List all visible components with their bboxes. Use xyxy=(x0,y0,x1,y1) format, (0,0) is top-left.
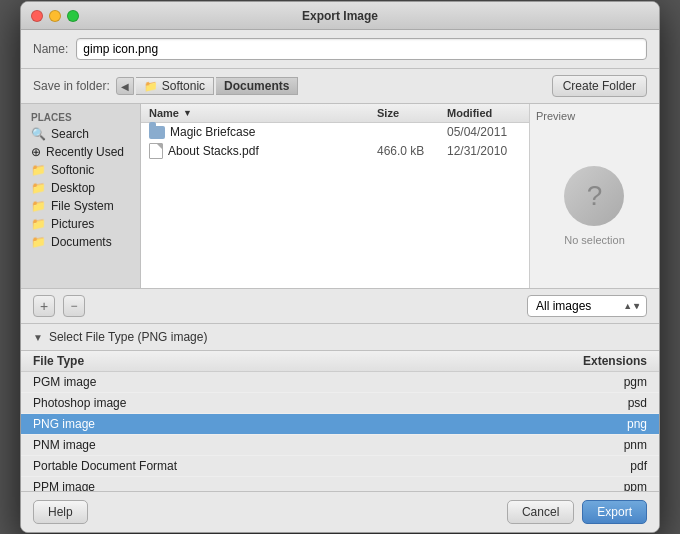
file-type-name-psd: Photoshop image xyxy=(21,393,385,414)
main-area: Places 🔍 Search ⊕ Recently Used 📁 Softon… xyxy=(21,104,659,289)
help-button[interactable]: Help xyxy=(33,500,88,524)
file-type-ext-psd: psd xyxy=(385,393,659,414)
export-button[interactable]: Export xyxy=(582,500,647,524)
footer-bar: Help Cancel Export xyxy=(21,491,659,532)
sidebar-item-file-system[interactable]: 📁 File System xyxy=(21,197,140,215)
col-header-size: Size xyxy=(369,107,439,119)
folder-icon: 📁 xyxy=(144,80,158,93)
breadcrumb-nav: ◀ 📁 Softonic Documents xyxy=(116,77,299,95)
sidebar: Places 🔍 Search ⊕ Recently Used 📁 Softon… xyxy=(21,104,141,288)
export-image-window: Export Image Name: Save in folder: ◀ 📁 S… xyxy=(20,1,660,533)
no-selection-text: No selection xyxy=(564,234,625,246)
save-in-row: Save in folder: ◀ 📁 Softonic Documents C… xyxy=(21,69,659,104)
file-list-header: Name ▼ Size Modified xyxy=(141,104,529,123)
minimize-button[interactable] xyxy=(49,10,61,22)
file-type-row-pgm[interactable]: PGM image pgm xyxy=(21,372,659,393)
maximize-button[interactable] xyxy=(67,10,79,22)
col-header-file-type: File Type xyxy=(21,351,385,372)
col-header-modified: Modified xyxy=(439,107,529,119)
sort-indicator: ▼ xyxy=(183,108,192,118)
breadcrumb-softonic-label: Softonic xyxy=(162,79,205,93)
col-header-name: Name ▼ xyxy=(141,107,369,119)
preview-icon-area: ? No selection xyxy=(564,130,625,282)
file-system-folder-icon: 📁 xyxy=(31,199,46,213)
section-header-text: Select File Type (PNG image) xyxy=(49,330,208,344)
file-name-about-stacks: About Stacks.pdf xyxy=(141,143,369,159)
preview-question-mark: ? xyxy=(564,166,624,226)
file-type-table: File Type Extensions PGM image pgm Photo… xyxy=(21,351,659,491)
breadcrumb-softonic[interactable]: 📁 Softonic xyxy=(136,77,214,95)
filter-dropdown-wrapper: All images ▲▼ xyxy=(527,295,647,317)
filename-input[interactable] xyxy=(76,38,647,60)
file-type-row-png[interactable]: PNG image png xyxy=(21,414,659,435)
file-type-ext-pdf: pdf xyxy=(385,456,659,477)
create-folder-button[interactable]: Create Folder xyxy=(552,75,647,97)
file-type-section: ▼ Select File Type (PNG image) File Type… xyxy=(21,324,659,491)
file-type-row-pdf[interactable]: Portable Document Format pdf xyxy=(21,456,659,477)
file-type-ext-pgm: pgm xyxy=(385,372,659,393)
softonic-folder-icon: 📁 xyxy=(31,163,46,177)
preview-label: Preview xyxy=(536,110,575,122)
file-row-magic-briefcase[interactable]: Magic Briefcase 05/04/2011 xyxy=(141,123,529,141)
filter-dropdown[interactable]: All images xyxy=(527,295,647,317)
sidebar-item-documents-label: Documents xyxy=(51,235,112,249)
bottom-bar: + − All images ▲▼ xyxy=(21,289,659,324)
file-type-name-ppm: PPM image xyxy=(21,477,385,492)
search-icon: 🔍 xyxy=(31,127,46,141)
sidebar-item-pictures[interactable]: 📁 Pictures xyxy=(21,215,140,233)
section-toggle-icon: ▼ xyxy=(33,332,43,343)
add-location-button[interactable]: + xyxy=(33,295,55,317)
file-name-magic-briefcase: Magic Briefcase xyxy=(141,125,369,139)
sidebar-item-softonic-label: Softonic xyxy=(51,163,94,177)
name-label: Name: xyxy=(33,42,68,56)
sidebar-section-label: Places xyxy=(21,110,140,125)
sidebar-item-recently-used[interactable]: ⊕ Recently Used xyxy=(21,143,140,161)
sidebar-item-pictures-label: Pictures xyxy=(51,217,94,231)
file-type-ext-png: png xyxy=(385,414,659,435)
file-row-about-stacks[interactable]: About Stacks.pdf 466.0 kB 12/31/2010 xyxy=(141,141,529,161)
breadcrumb-documents-label: Documents xyxy=(224,79,289,93)
file-type-name-pgm: PGM image xyxy=(21,372,385,393)
file-modified-magic-briefcase: 05/04/2011 xyxy=(439,125,529,139)
sidebar-item-documents[interactable]: 📁 Documents xyxy=(21,233,140,251)
breadcrumb-documents[interactable]: Documents xyxy=(216,77,298,95)
file-size-about-stacks: 466.0 kB xyxy=(369,144,439,158)
file-type-row-ppm[interactable]: PPM image ppm xyxy=(21,477,659,492)
window-title: Export Image xyxy=(302,9,378,23)
preview-panel: Preview ? No selection xyxy=(529,104,659,288)
sidebar-item-desktop-label: Desktop xyxy=(51,181,95,195)
recently-used-icon: ⊕ xyxy=(31,145,41,159)
file-modified-about-stacks: 12/31/2010 xyxy=(439,144,529,158)
file-type-ext-pnm: pnm xyxy=(385,435,659,456)
file-icon-about-stacks xyxy=(149,143,163,159)
file-type-name-pdf: Portable Document Format xyxy=(21,456,385,477)
close-button[interactable] xyxy=(31,10,43,22)
window-controls xyxy=(31,10,79,22)
file-type-name-png: PNG image xyxy=(21,414,385,435)
sidebar-item-search-label: Search xyxy=(51,127,89,141)
file-list-area: Name ▼ Size Modified Magic Briefcase 05/… xyxy=(141,104,529,288)
section-header[interactable]: ▼ Select File Type (PNG image) xyxy=(21,324,659,351)
remove-location-button[interactable]: − xyxy=(63,295,85,317)
name-row: Name: xyxy=(21,30,659,69)
pictures-folder-icon: 📁 xyxy=(31,217,46,231)
documents-folder-icon: 📁 xyxy=(31,235,46,249)
cancel-button[interactable]: Cancel xyxy=(507,500,574,524)
sidebar-item-search[interactable]: 🔍 Search xyxy=(21,125,140,143)
sidebar-item-softonic[interactable]: 📁 Softonic xyxy=(21,161,140,179)
col-header-extensions: Extensions xyxy=(385,351,659,372)
file-type-ext-ppm: ppm xyxy=(385,477,659,492)
file-type-row-pnm[interactable]: PNM image pnm xyxy=(21,435,659,456)
sidebar-item-desktop[interactable]: 📁 Desktop xyxy=(21,179,140,197)
file-type-name-pnm: PNM image xyxy=(21,435,385,456)
sidebar-item-file-system-label: File System xyxy=(51,199,114,213)
desktop-folder-icon: 📁 xyxy=(31,181,46,195)
folder-icon-magic-briefcase xyxy=(149,126,165,139)
file-type-row-psd[interactable]: Photoshop image psd xyxy=(21,393,659,414)
nav-back-button[interactable]: ◀ xyxy=(116,77,134,95)
sidebar-item-recently-used-label: Recently Used xyxy=(46,145,124,159)
save-in-label: Save in folder: xyxy=(33,79,110,93)
file-type-scrollable[interactable]: File Type Extensions PGM image pgm Photo… xyxy=(21,351,659,491)
titlebar: Export Image xyxy=(21,2,659,30)
